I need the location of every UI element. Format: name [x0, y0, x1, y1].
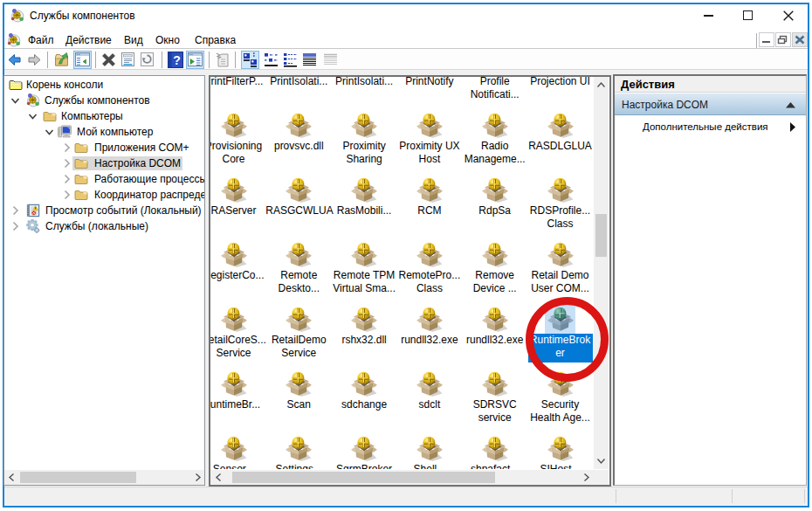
svg-text:?: ? [173, 53, 181, 67]
